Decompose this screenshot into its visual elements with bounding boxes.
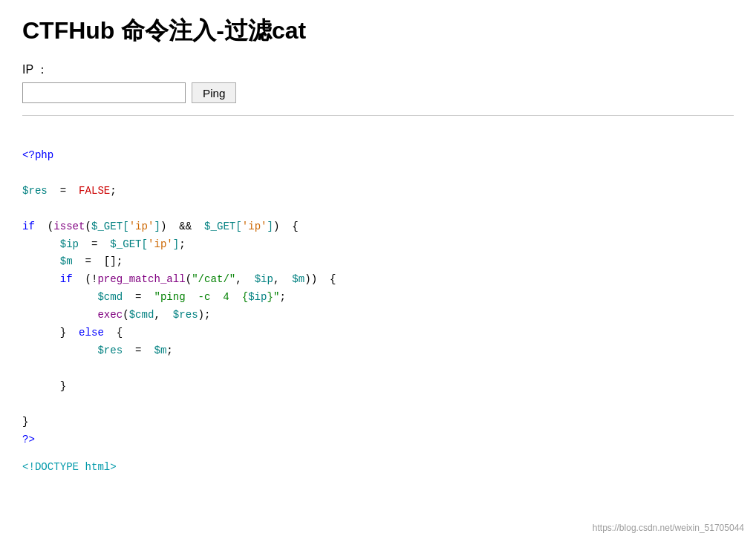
var-ip: $ip — [60, 238, 79, 250]
false-keyword: FALSE — [79, 185, 110, 197]
res-arg: $res — [173, 309, 198, 321]
get-ip-3: $_GET['ip'] — [110, 238, 179, 250]
doctype-line: <!DOCTYPE html> — [22, 461, 734, 473]
ip-label: IP ： — [22, 62, 734, 78]
preg-func: preg_match_all — [97, 273, 185, 285]
ip-input[interactable] — [22, 82, 186, 103]
doctype-tag: <!DOCTYPE html> — [22, 461, 117, 473]
var-res-2: $res — [97, 345, 123, 356]
divider — [22, 115, 734, 116]
var-m-3: $m — [154, 345, 166, 356]
regex-string: "/cat/" — [192, 273, 235, 285]
var-cmd: $cmd — [97, 291, 123, 303]
var-m-2: $m — [292, 273, 304, 285]
var-ip-2: $ip — [255, 273, 273, 285]
php-close-tag: ?> — [22, 434, 35, 445]
ping-button[interactable]: Ping — [192, 82, 236, 103]
if-keyword: if — [22, 221, 35, 232]
get-ip-2: $_GET['ip'] — [204, 221, 273, 232]
else-keyword: else — [79, 327, 104, 339]
cmd-string: "ping -c 4 {$ip}" — [154, 291, 279, 303]
if-keyword-2: if — [60, 273, 73, 285]
page-title: CTFHub 命令注入-过滤cat — [22, 15, 734, 48]
get-ip-1: $_GET['ip'] — [91, 221, 160, 232]
ip-form-row: Ping — [22, 82, 734, 103]
var-m: $m — [60, 255, 73, 267]
php-open-tag: <?php — [22, 149, 53, 161]
cmd-arg: $cmd — [129, 309, 154, 321]
isset-func: isset — [53, 221, 85, 232]
var-res: $res — [22, 185, 48, 197]
exec-func: exec — [97, 309, 123, 321]
code-display: <?php $res = FALSE; if (isset($_GET['ip'… — [22, 129, 734, 449]
